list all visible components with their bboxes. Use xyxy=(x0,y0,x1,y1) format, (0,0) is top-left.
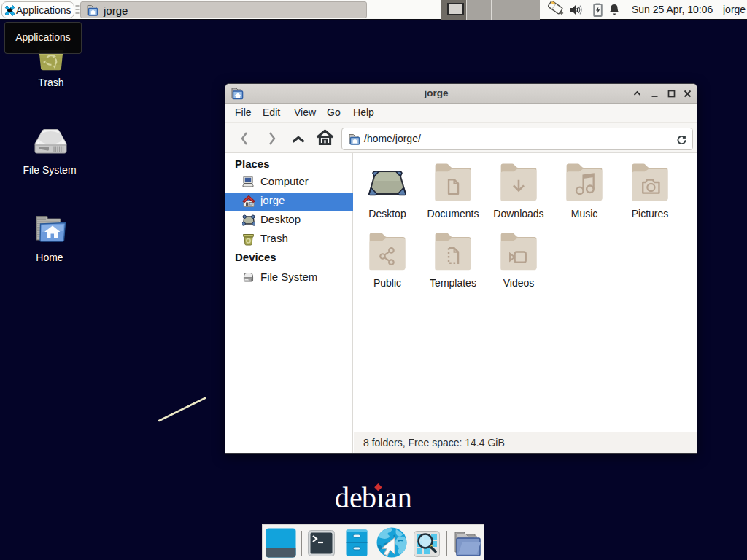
svg-text:bıan: bıan xyxy=(362,481,412,514)
svg-text:de: de xyxy=(335,481,363,514)
